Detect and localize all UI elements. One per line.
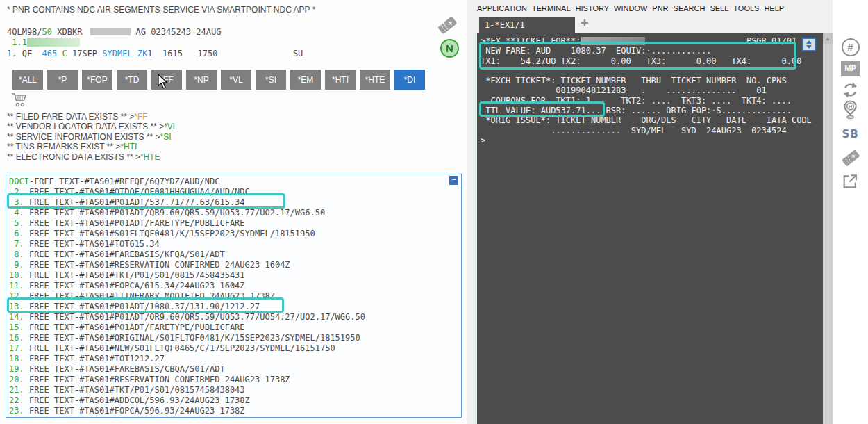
pnr-panel: * PNR CONTAINS NDC AIR SEGMENTS-SERVICE … xyxy=(0,0,467,424)
spinner-up-icon xyxy=(806,40,812,44)
free-text-line-text: FREE TEXT-#TAS01#FAREBASIS/CBQA/S01/ADT xyxy=(24,364,225,374)
free-text-line-number: 5. xyxy=(9,218,24,228)
free-text-line: 18. FREE TEXT-#TAS01#TOT1212.27 xyxy=(9,354,365,364)
segment-line-part: 1. QF xyxy=(7,49,42,58)
free-text-line-number: 6. xyxy=(9,229,24,238)
free-text-line: 23. FREE TEXT-#TAS01#FOPCA/596.93/24AUG2… xyxy=(9,406,365,416)
status-line: ** FILED FARE DATA EXISTS ** >*FF xyxy=(7,112,178,122)
terminal-window[interactable]: >*EX **TICKET FOR**: PSGR 01/01 NEW FARE… xyxy=(477,33,823,424)
free-text-line-number: 10. xyxy=(9,270,24,280)
free-text-line-number: 23. xyxy=(9,406,24,416)
hash-circle-icon[interactable]: # xyxy=(833,38,868,56)
free-text-line-number: 9. xyxy=(9,260,24,270)
toolbar-button-hti[interactable]: *HTI xyxy=(325,70,356,90)
pnr-line-part: XDBKR xyxy=(52,27,82,37)
free-text-line: 14. FREE TEXT-#TAS01#P01ADT/QR9.60/QR5.5… xyxy=(9,312,365,323)
ticket-icon[interactable]: ✈ xyxy=(436,14,458,39)
free-text-line-number: 14. xyxy=(9,312,24,322)
ndc-indicator-badge[interactable]: N xyxy=(440,39,459,58)
free-text-line-text: FREE TEXT-#TAS01#TKT/P01/S01/08157458438… xyxy=(24,385,245,395)
menu-terminal[interactable]: TERMINAL xyxy=(532,4,571,13)
toolbar-button-hte[interactable]: *HTE xyxy=(360,70,390,90)
status-text: ** FILED FARE DATA EXISTS ** > xyxy=(7,112,134,122)
free-text-line-text: FREE TEXT-#TAS01#TOT615.34 xyxy=(24,239,160,249)
toolbar-button-td[interactable]: *TD xyxy=(117,70,147,90)
menu-pnr[interactable]: PNR xyxy=(652,4,668,13)
menu-help[interactable]: HELP xyxy=(764,4,784,13)
collapse-panel-button[interactable]: − xyxy=(449,176,458,185)
menu-application[interactable]: APPLICATION xyxy=(477,4,527,13)
free-text-line: 4. FREE TEXT-#TAS01#P01ADT/QR9.60/QR5.59… xyxy=(9,208,365,218)
status-link-vl[interactable]: *VL xyxy=(164,122,177,131)
free-text-lines: DOCI-FREE TEXT-#TAS01#REFQF/6Q7YDZ/AUD/N… xyxy=(9,177,365,416)
free-text-line-text: FREE TEXT-#TAS01#P01ADT/537.71/77.63/615… xyxy=(24,197,245,207)
cart-icon[interactable] xyxy=(11,92,29,111)
external-link-icon[interactable] xyxy=(833,172,868,190)
toolbar-button-si[interactable]: *SI xyxy=(256,70,286,90)
free-text-line-text: FREE TEXT-#TAS01#FOPCA/596.93/24AUG23 17… xyxy=(24,406,245,416)
free-text-line-number: 11. xyxy=(9,281,24,291)
free-text-line: 8. FREE TEXT-#TAS01#FAREBASIS/KFQA/S01/A… xyxy=(9,250,365,260)
menu-sell[interactable]: SELL xyxy=(710,4,728,13)
hotel-pin-icon[interactable]: H xyxy=(833,100,868,120)
toolbar-button-vl[interactable]: *VL xyxy=(221,70,251,90)
status-link-si[interactable]: *SI xyxy=(160,132,172,142)
menu-history[interactable]: HISTORY xyxy=(576,4,610,13)
mp-badge-icon[interactable]: MP xyxy=(833,61,868,76)
terminal-scroll-spinner[interactable] xyxy=(802,38,816,51)
terminal-scrollbar[interactable]: ▲ xyxy=(823,33,833,424)
status-link-ff[interactable]: *FF xyxy=(134,112,147,122)
free-text-line-text: FREE TEXT-#TAS01#TKT/P01/S01/08157458435… xyxy=(24,270,245,280)
pnr-line-part: AG 02345243 24AUG xyxy=(131,27,221,37)
free-text-line-number: 12. xyxy=(9,291,24,301)
free-text-line: DOCI-FREE TEXT-#TAS01#REFQF/6Q7YDZ/AUD/N… xyxy=(9,177,365,187)
status-text: ** ELECTRONIC DATA EXISTS ** > xyxy=(7,152,140,162)
smartpoint-app: * PNR CONTAINS NDC AIR SEGMENTS-SERVICE … xyxy=(0,0,868,424)
pnr-line-part: 4QLM98/ xyxy=(7,27,42,37)
free-text-line: 7. FREE TEXT-#TAS01#TOT615.34 xyxy=(9,239,365,250)
free-text-line: 20. FREE TEXT-#TAS01#RESERVATION CONFIRM… xyxy=(9,375,365,385)
svg-text:H: H xyxy=(848,104,852,110)
menu-search[interactable]: SEARCH xyxy=(674,4,706,13)
free-text-line: 16. FREE TEXT-#TAS01#ORIGINAL/S01FLTQF04… xyxy=(9,333,365,343)
terminal-tab[interactable]: 1-*EX1/1 xyxy=(479,17,575,33)
pnr-ndc-header: * PNR CONTAINS NDC AIR SEGMENTS-SERVICE … xyxy=(7,5,315,15)
new-tab-button[interactable]: + xyxy=(581,15,589,31)
toolbar-button-fop[interactable]: *FOP xyxy=(82,70,112,90)
flight-segment-line: 1. QF 465 C 17SEP SYDMEL ZK1 1615 1750 S… xyxy=(7,49,303,59)
toolbar-button-np[interactable]: *NP xyxy=(186,70,217,90)
toolbar-button-p[interactable]: *P xyxy=(47,70,78,90)
ticket-icon-sidebar[interactable]: ✈ xyxy=(833,147,868,168)
terminal-output: >*EX **TICKET FOR**: PSGR 01/01 NEW FARE… xyxy=(481,36,812,145)
free-text-line-number: 17. xyxy=(9,343,24,353)
status-link-hte[interactable]: *HTE xyxy=(140,152,160,162)
free-text-line-text: FREE TEXT-#TAS01#P01ADT/FARETYPE/PUBLICF… xyxy=(24,218,245,228)
sync-icon[interactable] xyxy=(833,81,868,99)
free-text-remarks-panel: − DOCI-FREE TEXT-#TAS01#REFQF/6Q7YDZ/AUD… xyxy=(6,174,462,418)
sb-tool-button[interactable]: SB xyxy=(833,128,868,140)
segment-line-part: C xyxy=(62,49,67,58)
free-text-line: 22. FREE TEXT-#TAS01#ADDCOL/596.93/24AUG… xyxy=(9,396,365,406)
free-text-line: 12. FREE TEXT-#TAS01#ITINERARY MODIFIED … xyxy=(9,291,365,302)
toolbar-button-em[interactable]: *EM xyxy=(290,70,321,90)
free-text-line: 3. FREE TEXT-#TAS01#P01ADT/537.71/77.63/… xyxy=(9,197,365,208)
free-text-line-text: FREE TEXT-#TAS01#ITINERARY MODIFIED 24AU… xyxy=(24,291,275,301)
menu-window[interactable]: WINDOW xyxy=(614,4,647,13)
toolbar-button-all[interactable]: *ALL xyxy=(12,70,43,90)
free-text-line-number: 19. xyxy=(9,364,24,374)
toolbar-button-di[interactable]: *DI xyxy=(394,70,425,90)
scroll-up-arrow-icon[interactable]: ▲ xyxy=(823,33,833,44)
status-link-hti[interactable]: *HTI xyxy=(120,142,137,152)
free-text-line-text: FREE TEXT-#TAS01#P01ADT/FARETYPE/PUBLICF… xyxy=(24,323,245,332)
passenger-line-part: 1.1 xyxy=(7,38,27,47)
free-text-line-text: FREE TEXT-#TAS01#FAREBASIS/KFQA/S01/ADT xyxy=(24,250,225,259)
redacted-block xyxy=(27,38,80,47)
free-text-line: 5. FREE TEXT-#TAS01#P01ADT/FARETYPE/PUBL… xyxy=(9,218,365,229)
free-text-line-number: 18. xyxy=(9,354,24,364)
free-text-line-text: FREE TEXT-#TAS01#P01ADT/1080.37/131.90/1… xyxy=(24,302,260,311)
segment-line-part: 1 xyxy=(147,49,152,58)
free-text-line-number: 15. xyxy=(9,323,24,332)
menu-tools[interactable]: TOOLS xyxy=(733,4,759,13)
free-text-line: 21. FREE TEXT-#TAS01#TKT/P01/S01/0815745… xyxy=(9,385,365,396)
free-text-line-number: 13. xyxy=(9,302,24,311)
